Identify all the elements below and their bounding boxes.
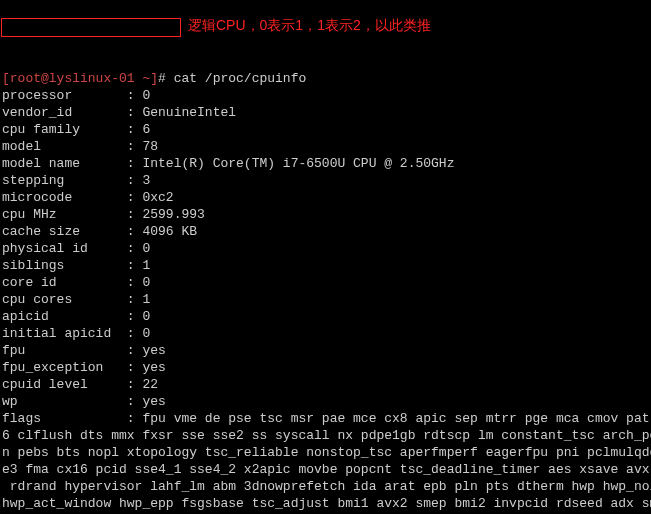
prompt-user-host: [root@lyslinux-01 ~] [2, 71, 158, 86]
annotation-label: 逻辑CPU，0表示1，1表示2，以此类推 [188, 17, 431, 34]
cpuinfo-flags: flags : fpu vme de pse tsc msr pae mce c… [2, 411, 651, 514]
command-text: cat /proc/cpuinfo [174, 71, 307, 86]
prompt-line[interactable]: [root@lyslinux-01 ~]# cat /proc/cpuinfo [2, 70, 649, 87]
prompt-hash: # [158, 71, 166, 86]
highlight-box [1, 18, 181, 37]
cpuinfo-fields: processor : 0 vendor_id : GenuineIntel c… [2, 88, 454, 409]
terminal-output: [root@lyslinux-01 ~]# cat /proc/cpuinfop… [0, 68, 651, 514]
